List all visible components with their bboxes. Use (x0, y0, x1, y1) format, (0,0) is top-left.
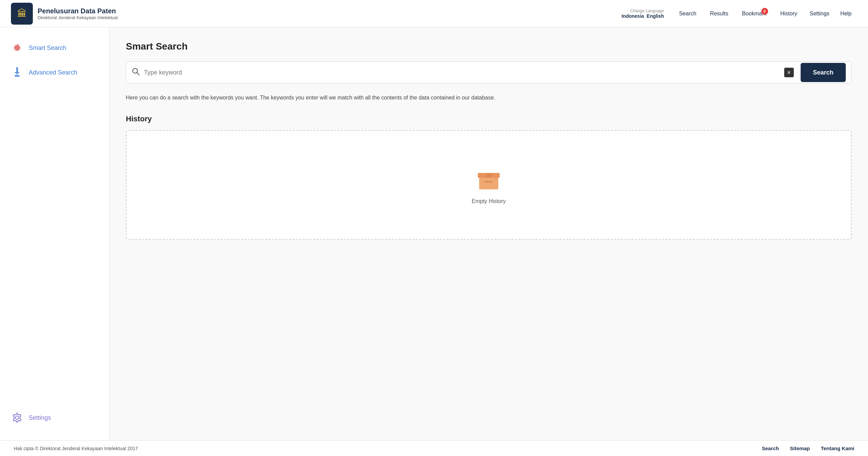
footer-copyright: Hak cipta © Direktorat Jenderal Kekayaan… (14, 446, 138, 451)
svg-line-10 (137, 73, 140, 75)
sidebar: Smart Search Advanced Search (0, 27, 109, 440)
gear-icon (11, 412, 23, 424)
svg-rect-11 (479, 176, 498, 189)
page-title: Smart Search (126, 41, 852, 52)
microscope-icon (11, 66, 23, 79)
bookmark-badge: 0 (761, 8, 768, 15)
sidebar-item-label-smart-search: Smart Search (29, 44, 66, 52)
nav-help[interactable]: Help (835, 11, 857, 17)
header-title: Penelusuran Data Paten Direktorat Jender… (38, 7, 118, 20)
svg-rect-2 (16, 67, 18, 69)
footer-links: Search Sitemap Tentang Kami (762, 445, 854, 451)
bookmark-wrap: Bookmark 0 (742, 11, 766, 17)
empty-history-text: Empty History (472, 198, 506, 204)
search-clear-button[interactable]: ✕ (784, 68, 794, 77)
sidebar-top: Smart Search Advanced Search (0, 36, 109, 85)
header-brand: 🏛 Penelusuran Data Paten Direktorat Jend… (11, 3, 118, 25)
language-links: Indonesia English (621, 13, 664, 19)
nav-results[interactable]: Results (703, 11, 735, 17)
language-switcher: Change Language Indonesia English (621, 9, 664, 19)
footer-link-search[interactable]: Search (762, 445, 779, 451)
svg-rect-14 (485, 181, 493, 183)
change-language-label: Change Language (630, 9, 664, 13)
sidebar-item-smart-search[interactable]: Smart Search (0, 36, 109, 60)
logo: 🏛 (11, 3, 33, 25)
search-button[interactable]: Search (801, 63, 846, 82)
search-bar: ✕ Search (126, 62, 852, 83)
svg-rect-13 (486, 173, 491, 178)
svg-point-8 (15, 416, 19, 419)
sidebar-bottom: Settings (0, 412, 109, 432)
sidebar-settings-label: Settings (29, 414, 51, 421)
app-title: Penelusuran Data Paten (38, 7, 118, 15)
lang-english[interactable]: English (647, 13, 664, 19)
svg-rect-3 (15, 72, 19, 73)
header: 🏛 Penelusuran Data Paten Direktorat Jend… (0, 0, 868, 27)
search-bar-icon (132, 67, 140, 78)
footer-link-tentang-kami[interactable]: Tentang Kami (821, 445, 854, 451)
layout: Smart Search Advanced Search (0, 27, 868, 440)
footer: Hak cipta © Direktorat Jenderal Kekayaan… (0, 440, 868, 456)
lang-indonesia[interactable]: Indonesia (621, 13, 644, 19)
main-nav: Search Results Bookmark 0 History (672, 11, 804, 17)
nav-bookmark[interactable]: Bookmark 0 (735, 11, 773, 17)
sidebar-item-advanced-search[interactable]: Advanced Search (0, 60, 109, 85)
app-subtitle: Direktorat Jenderal Kekayaan Intelektual (38, 15, 118, 20)
brain-icon (11, 42, 23, 54)
svg-rect-1 (16, 68, 18, 73)
search-input[interactable] (144, 69, 784, 76)
footer-link-sitemap[interactable]: Sitemap (790, 445, 810, 451)
nav-right: Settings Help (804, 11, 857, 17)
search-description: Here you can do a search with the keywor… (126, 93, 852, 102)
sidebar-item-label-advanced-search: Advanced Search (29, 69, 77, 76)
nav-settings[interactable]: Settings (804, 11, 835, 17)
header-right: Change Language Indonesia English Search… (621, 9, 857, 19)
logo-icon: 🏛 (17, 9, 27, 18)
sidebar-settings[interactable]: Settings (11, 412, 98, 424)
nav-search[interactable]: Search (672, 11, 703, 17)
history-title: History (126, 115, 852, 123)
nav-history[interactable]: History (774, 11, 804, 17)
empty-history: Empty History (472, 165, 506, 204)
main-content: Smart Search ✕ Search Here you can do a … (109, 27, 868, 440)
empty-box-icon (475, 165, 502, 193)
history-box: Empty History (126, 130, 852, 240)
